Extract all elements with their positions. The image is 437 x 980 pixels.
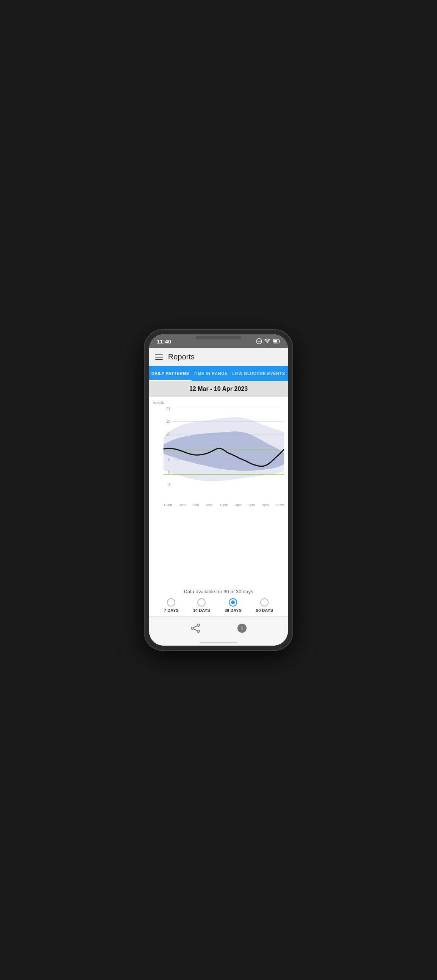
chart-area: mmol/L 21 18 15 (149, 397, 288, 586)
day-label-14: 14 DAYS (193, 608, 210, 612)
home-indicator (149, 640, 288, 646)
share-button[interactable] (188, 620, 203, 636)
more-tabs-indicator[interactable]: › (287, 366, 288, 381)
home-bar (199, 642, 238, 643)
x-axis: 12am 3am 6am 9am 12pm 3pm 6pm 9pm 12am (164, 503, 284, 507)
phone-screen: 11:40 (149, 334, 288, 646)
svg-point-6 (191, 627, 193, 629)
tab-bar: DAILY PATTERNS TIME IN RANGE LOW GLUCOSE… (149, 366, 288, 381)
tab-time-in-range[interactable]: TIME IN RANGE (191, 366, 230, 381)
day-radio-14[interactable] (197, 598, 206, 606)
tab-daily-patterns[interactable]: DAILY PATTERNS (149, 366, 191, 381)
menu-button[interactable] (155, 355, 163, 360)
info-icon: i (237, 623, 247, 633)
status-time: 11:40 (157, 338, 171, 345)
svg-rect-3 (279, 340, 280, 342)
svg-rect-4 (273, 340, 277, 343)
bottom-toolbar: i (149, 616, 288, 640)
date-range-text: 12 Mar - 10 Apr 2023 (189, 385, 248, 392)
day-option-30[interactable]: 30 DAYS (225, 598, 242, 612)
wifi-icon (265, 339, 271, 344)
status-icons (256, 338, 280, 344)
day-option-90[interactable]: 90 DAYS (256, 598, 273, 612)
battery-icon (273, 339, 280, 344)
tab-low-glucose-events[interactable]: LOW GLUCOSE EVENTS (230, 366, 287, 381)
day-option-7[interactable]: 7 DAYS (164, 598, 179, 612)
glucose-chart: mmol/L 21 18 15 (153, 401, 284, 507)
page-title: Reports (168, 353, 195, 361)
day-label-7: 7 DAYS (164, 608, 179, 612)
do-not-disturb-icon (256, 338, 262, 344)
day-selector: 7 DAYS 14 DAYS 30 DAYS 90 DAYS (149, 596, 288, 616)
day-option-14[interactable]: 14 DAYS (193, 598, 210, 612)
info-button[interactable]: i (234, 620, 250, 636)
date-range-bar: 12 Mar - 10 Apr 2023 (149, 381, 288, 397)
chart-svg (164, 407, 284, 490)
svg-line-8 (193, 626, 197, 628)
day-radio-7[interactable] (167, 598, 175, 606)
phone-frame: 11:40 (145, 330, 292, 650)
notch (196, 336, 241, 339)
y-axis-unit-label: mmol/L (153, 401, 164, 404)
app-header: Reports (149, 348, 288, 366)
svg-point-5 (197, 624, 199, 626)
svg-text:i: i (241, 625, 243, 631)
day-label-30: 30 DAYS (225, 608, 242, 612)
day-radio-30[interactable] (229, 598, 237, 606)
share-icon (190, 624, 200, 633)
svg-line-9 (193, 629, 197, 631)
data-available-label: Data available for 30 of 30 days (149, 586, 288, 596)
svg-point-7 (197, 630, 199, 632)
day-label-90: 90 DAYS (256, 608, 273, 612)
day-radio-90[interactable] (260, 598, 269, 606)
